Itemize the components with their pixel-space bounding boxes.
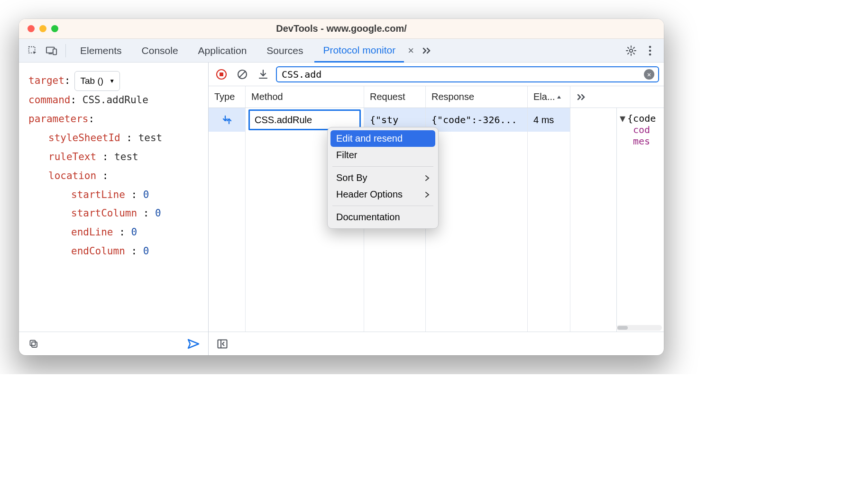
menu-sort-by[interactable]: Sort By — [330, 170, 435, 186]
detail-key: mes — [633, 135, 650, 147]
filter-value: CSS.add — [282, 69, 644, 80]
parameters-label: parameters — [28, 113, 88, 125]
menu-documentation[interactable]: Documentation — [330, 209, 435, 225]
param-key: ruleText — [48, 151, 96, 162]
location-value[interactable]: 0 — [143, 245, 149, 257]
target-dropdown[interactable]: Tab () — [74, 71, 120, 91]
more-columns-icon[interactable] — [570, 86, 664, 108]
command-editor-panel: target: Tab () command: CSS.addRule para… — [19, 63, 209, 355]
download-icon[interactable] — [255, 66, 271, 82]
detail-key: cod — [633, 124, 650, 135]
clear-icon[interactable] — [234, 66, 250, 82]
toggle-drawer-icon[interactable] — [214, 336, 230, 352]
window-title: DevTools - www.google.com/ — [19, 23, 664, 34]
location-label: location — [48, 170, 96, 181]
target-label: target — [28, 75, 64, 86]
svg-point-7 — [649, 53, 651, 55]
record-button[interactable] — [213, 66, 229, 82]
menu-separator — [332, 206, 433, 206]
svg-rect-3 — [53, 49, 56, 54]
location-value[interactable]: 0 — [143, 189, 149, 200]
tab-console[interactable]: Console — [133, 39, 187, 62]
row-type-icon — [209, 108, 245, 132]
menu-edit-resend[interactable]: Edit and resend — [330, 130, 435, 147]
location-key: endLine — [71, 226, 113, 238]
svg-point-5 — [649, 45, 651, 48]
svg-rect-9 — [30, 340, 36, 345]
clear-filter-icon[interactable]: ✕ — [644, 69, 654, 80]
row-response[interactable]: {"code":-326... — [426, 108, 527, 132]
protocol-log-panel: CSS.add ✕ Type Method Request Response E… — [209, 63, 664, 355]
param-key: styleSheetId — [48, 132, 120, 144]
inspect-icon[interactable] — [25, 43, 41, 59]
copy-icon[interactable] — [26, 336, 42, 352]
param-value[interactable]: test — [114, 151, 138, 162]
col-request[interactable]: Request — [364, 86, 426, 108]
send-button[interactable] — [185, 336, 202, 352]
device-toolbar-icon[interactable] — [44, 43, 60, 59]
svg-rect-2 — [49, 53, 52, 54]
menu-header-options[interactable]: Header Options — [330, 186, 435, 203]
location-key: startLine — [71, 189, 125, 200]
row-elapsed: 4 ms — [528, 108, 570, 132]
close-tab-icon[interactable]: × — [408, 45, 414, 57]
location-value[interactable]: 0 — [131, 226, 137, 238]
svg-line-13 — [239, 71, 246, 78]
menu-filter[interactable]: Filter — [330, 147, 435, 163]
tab-elements[interactable]: Elements — [72, 39, 130, 62]
chevron-right-icon — [425, 175, 430, 181]
col-method[interactable]: Method — [246, 86, 364, 108]
devtools-window: DevTools - www.google.com/ Elements Cons… — [19, 19, 664, 355]
tabbar: Elements Console Application Sources Pro… — [19, 39, 664, 63]
disclosure-triangle-icon[interactable]: ▼ — [620, 113, 625, 124]
tab-application[interactable]: Application — [190, 39, 256, 62]
location-key: startColumn — [71, 207, 137, 219]
col-response[interactable]: Response — [426, 86, 528, 108]
detail-pane[interactable]: ▼{code cod mes — [616, 108, 664, 332]
svg-rect-8 — [32, 342, 37, 347]
col-elapsed[interactable]: Ela... — [528, 86, 570, 108]
command-value[interactable]: CSS.addRule — [83, 94, 148, 106]
svg-point-4 — [630, 49, 633, 52]
col-type[interactable]: Type — [209, 86, 246, 108]
filter-input[interactable]: CSS.add ✕ — [276, 66, 659, 82]
tab-sources[interactable]: Sources — [258, 39, 312, 62]
location-value[interactable]: 0 — [155, 207, 161, 219]
kebab-menu-icon[interactable] — [642, 43, 658, 59]
scrollbar[interactable] — [616, 325, 662, 331]
tab-protocol-monitor[interactable]: Protocol monitor — [314, 39, 404, 63]
settings-icon[interactable] — [623, 43, 639, 59]
context-menu: Edit and resend Filter Sort By Header Op… — [327, 127, 439, 229]
svg-point-6 — [649, 49, 651, 52]
more-tabs-icon[interactable] — [419, 43, 435, 59]
svg-rect-11 — [220, 72, 223, 76]
titlebar: DevTools - www.google.com/ — [19, 19, 664, 39]
divider — [65, 44, 66, 57]
chevron-right-icon — [425, 191, 430, 198]
table-header: Type Method Request Response Ela... — [209, 86, 664, 108]
menu-separator — [332, 166, 433, 167]
param-value[interactable]: test — [138, 132, 163, 144]
command-label: command — [28, 94, 71, 106]
location-key: endColumn — [71, 245, 125, 257]
